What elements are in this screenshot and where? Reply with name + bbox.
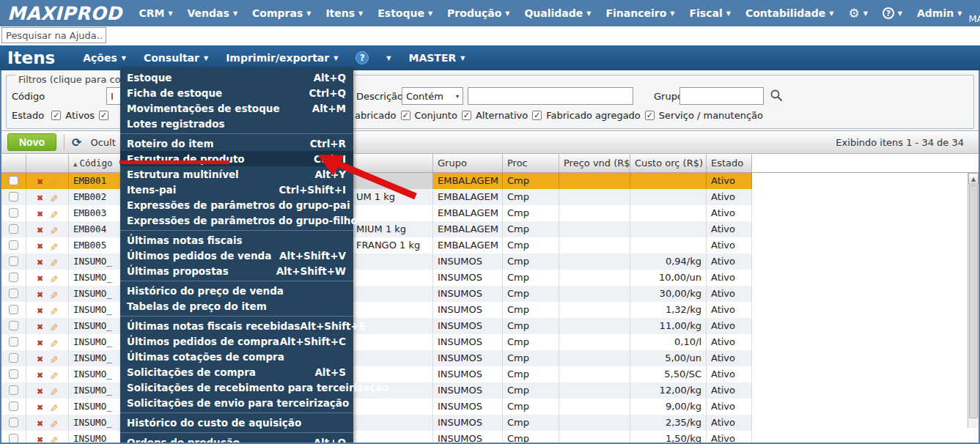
row-checkbox[interactable] [9,353,18,363]
delete-icon[interactable]: ✖ [37,242,43,251]
descricao-input[interactable] [468,87,633,105]
scrollbar-thumb[interactable] [969,185,978,418]
nav-item-qualidade[interactable]: Qualidade▼ [517,4,597,22]
edit-pencil-icon[interactable]: ✎ [48,307,59,316]
row-checkbox[interactable] [9,418,18,427]
menu-item-solicita-es-de-envio-para-terceiriza-o[interactable]: Solicitações de envio para terceirização [120,395,353,410]
menu-item-estoque[interactable]: EstoqueAlt+Q [120,70,353,85]
row-checkbox[interactable] [9,273,18,282]
row-checkbox[interactable] [9,402,18,411]
module-menu-consultar[interactable]: Consultar▼ [135,46,217,70]
module-menu-master[interactable]: MASTER▼ [400,46,474,70]
row-select-cell[interactable] [1,237,26,254]
delete-icon[interactable]: ✖ [37,419,43,429]
edit-pencil-icon[interactable]: ✎ [48,210,59,219]
menu-item--ltimas-propostas[interactable]: Últimas propostasAlt+Shift+W [120,263,353,278]
gear-menu[interactable]: ⚙▼ [841,3,874,23]
type-checkbox[interactable]: ✓ [462,111,471,120]
row-select-cell[interactable] [1,350,26,366]
edit-pencil-icon[interactable]: ✎ [48,323,59,332]
module-help-menu[interactable]: ? [347,45,377,70]
edit-pencil-icon[interactable]: ✎ [48,291,59,300]
row-select-cell[interactable] [1,302,26,318]
menu-item-roteiro-do-item[interactable]: Roteiro do itemCtrl+R [120,136,353,151]
select-all-header[interactable] [1,154,26,172]
nav-item-crm[interactable]: CRM▼ [132,4,179,22]
delete-icon[interactable]: ✖ [37,290,43,300]
delete-icon[interactable]: ✖ [37,338,43,348]
edit-pencil-icon[interactable]: ✎ [48,339,59,348]
row-select-cell[interactable] [1,399,26,415]
nav-item-fiscal[interactable]: Fiscal▼ [682,4,737,22]
row-checkbox[interactable] [9,192,18,201]
menu-item-hist-rico-do-custo-de-aquisi-o[interactable]: Histórico do custo de aquisição [120,415,353,430]
nav-item-contabilidade[interactable]: Contabilidade▼ [739,4,841,22]
module-menu-imprimir-exportar[interactable]: Imprimir/exportar▼ [217,46,347,70]
nav-item-produção[interactable]: Produção▼ [441,4,516,22]
module-extra-menu[interactable]: ▼ [377,49,399,67]
row-checkbox[interactable] [9,337,18,347]
nav-item-vendas[interactable]: Vendas▼ [181,4,245,22]
delete-icon[interactable]: ✖ [37,258,43,267]
menu-item-express-es-de-par-metros-do-grupo-filho[interactable]: Expressões de parâmetros do grupo-filho [120,212,353,228]
descricao-operator-select[interactable]: Contém▾ [402,87,463,105]
edit-pencil-icon[interactable]: ✎ [48,178,59,187]
grupo-header[interactable]: Grupo [433,154,503,172]
row-select-cell[interactable] [1,270,26,286]
row-select-cell[interactable] [1,286,26,302]
novo-button[interactable]: Novo [7,133,56,151]
delete-icon[interactable]: ✖ [37,306,43,316]
row-checkbox[interactable] [9,385,18,395]
row-select-cell[interactable] [1,221,26,237]
menu-item--ltimas-notas-fiscais[interactable]: Últimas notas fiscais [120,232,353,248]
menu-item-itens-pai[interactable]: Itens-paiCtrl+Shift+I [120,182,353,197]
proc-header[interactable]: Proc [503,154,559,172]
row-select-cell[interactable] [1,254,26,270]
delete-icon[interactable]: ✖ [37,226,43,235]
row-select-cell[interactable] [1,189,26,205]
menu-item-solicita-es-de-recebimento-para-terceiriza-o[interactable]: Solicitações de recebimento para terceir… [120,380,353,395]
nav-item-financeiro[interactable]: Financeiro▼ [599,4,681,22]
refresh-icon[interactable]: ⟳ [72,136,81,149]
edit-pencil-icon[interactable]: ✎ [48,388,59,396]
menu-item-tabelas-de-pre-o-do-item[interactable]: Tabelas de preço do item [120,298,353,314]
row-checkbox[interactable] [9,305,18,314]
module-menu-a-es[interactable]: Ações▼ [74,46,135,70]
row-checkbox[interactable] [9,208,18,218]
help-menu[interactable]: ?▼ [876,4,909,22]
nav-item-compras[interactable]: Compras▼ [246,4,317,22]
help-search-input[interactable] [1,27,106,43]
edit-pencil-icon[interactable]: ✎ [48,420,59,429]
delete-icon[interactable]: ✖ [37,322,43,332]
ocultar-link-fragment[interactable]: Ocult [90,137,115,148]
menu-item--ltimos-pedidos-de-compra[interactable]: Últimos pedidos de compraAlt+Shift+C [120,333,353,349]
delete-icon[interactable]: ✖ [37,274,43,284]
row-checkbox[interactable] [9,176,18,185]
row-checkbox[interactable] [9,224,18,234]
edit-pencil-icon[interactable]: ✎ [48,243,59,251]
menu-item-lotes-registrados[interactable]: Lotes registrados [120,116,353,131]
menu-item-ficha-de-estoque[interactable]: Ficha de estoqueCtrl+Q [120,85,353,100]
row-select-cell[interactable] [1,382,26,399]
row-select-cell[interactable] [1,415,26,431]
filters-legend[interactable]: Filtros (clique para co [15,74,124,85]
edit-pencil-icon[interactable]: ✎ [48,226,59,235]
delete-icon[interactable]: ✖ [37,355,43,364]
menu-item-estrutura-multin-vel[interactable]: Estrutura multinívelAlt+Y [120,166,353,182]
row-checkbox[interactable] [9,240,18,250]
user-block[interactable]: Indústria de... MAXIPROD Lucas ▼ [968,1,980,25]
delete-icon[interactable]: ✖ [37,387,43,396]
edit-pencil-icon[interactable]: ✎ [48,194,59,203]
row-select-cell[interactable] [1,334,26,350]
delete-icon[interactable]: ✖ [37,177,43,187]
menu-item-express-es-de-par-metros-do-grupo-pai[interactable]: Expressões de parâmetros do grupo-pai [120,197,353,212]
row-checkbox[interactable] [9,256,18,266]
type-checkbox[interactable]: ✓ [532,111,542,120]
menu-item-hist-rico-do-pre-o-de-venda[interactable]: Histórico do preço de venda [120,283,353,298]
inativos-checkbox[interactable]: ✓ [99,111,108,120]
vertical-scrollbar[interactable]: ▲ [968,173,979,428]
menu-item--ltimas-notas-fiscais-recebidas[interactable]: Últimas notas fiscais recebidasAlt+Shift… [120,318,353,333]
edit-pencil-icon[interactable]: ✎ [48,355,59,364]
edit-pencil-icon[interactable]: ✎ [48,275,59,284]
delete-icon[interactable]: ✖ [37,193,43,203]
